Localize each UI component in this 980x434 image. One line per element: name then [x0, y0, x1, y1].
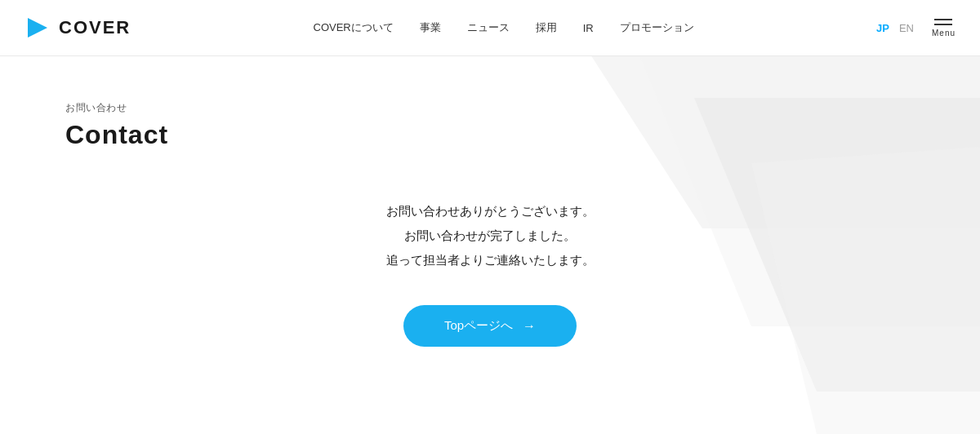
nav-news[interactable]: ニュース	[467, 20, 510, 35]
menu-line-1	[934, 19, 952, 20]
message-line-2: お問い合わせが完了しました。	[404, 224, 576, 248]
arrow-icon: →	[523, 319, 536, 334]
nav-business[interactable]: 事業	[420, 20, 441, 35]
nav-ir[interactable]: IR	[583, 22, 594, 34]
lang-en-button[interactable]: EN	[899, 22, 914, 34]
lang-menu: JP EN Menu	[876, 19, 956, 38]
main-content: お問い合わせ Contact お問い合わせありがとうございます。 お問い合わせが…	[0, 101, 980, 347]
top-page-label: Topページへ	[444, 318, 513, 334]
message-line-1: お問い合わせありがとうございます。	[386, 199, 595, 224]
nav-promotion[interactable]: プロモーション	[620, 20, 694, 35]
logo-icon	[24, 15, 51, 41]
site-header: COVER COVERについて 事業 ニュース 採用 IR プロモーション JP…	[0, 0, 980, 56]
menu-button[interactable]: Menu	[932, 19, 956, 38]
top-page-button[interactable]: Topページへ →	[403, 305, 577, 347]
svg-marker-0	[28, 18, 47, 38]
logo-text: COVER	[59, 17, 131, 38]
nav-about[interactable]: COVERについて	[314, 20, 394, 35]
main-nav: COVERについて 事業 ニュース 採用 IR プロモーション	[314, 20, 694, 35]
logo-link[interactable]: COVER	[24, 15, 131, 41]
menu-line-2	[934, 24, 952, 25]
success-message-area: お問い合わせありがとうございます。 お問い合わせが完了しました。 追って担当者よ…	[65, 199, 915, 347]
lang-jp-button[interactable]: JP	[876, 22, 889, 34]
page-title: Contact	[65, 120, 915, 150]
menu-lines-icon	[934, 19, 952, 25]
nav-recruit[interactable]: 採用	[536, 20, 557, 35]
page-label: お問い合わせ	[65, 101, 915, 115]
message-line-3: 追って担当者よりご連絡いたします。	[386, 248, 595, 272]
menu-label: Menu	[932, 29, 956, 38]
